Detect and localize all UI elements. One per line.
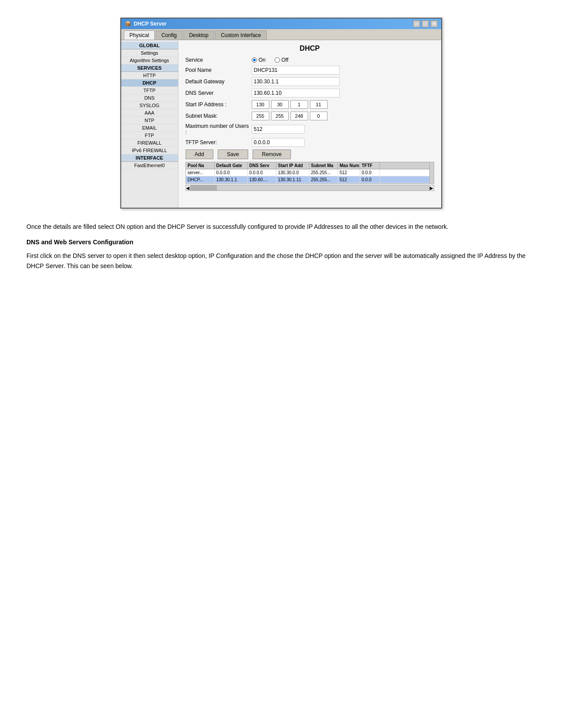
sidebar: GLOBAL Settings Algorithm Settings SERVI… bbox=[121, 40, 179, 208]
start-ip-b[interactable]: 30 bbox=[271, 100, 289, 109]
service-on-option[interactable]: On bbox=[252, 57, 266, 63]
sidebar-item-fastethernet0[interactable]: FastEthernet0 bbox=[121, 162, 178, 169]
sidebar-item-algorithm-settings[interactable]: Algorithm Settings bbox=[121, 57, 178, 64]
scroll-left-button[interactable]: ◀ bbox=[186, 186, 190, 190]
cell-tftp-1: 0.0.0 bbox=[360, 176, 380, 183]
sidebar-item-http[interactable]: HTTP bbox=[121, 72, 178, 79]
restore-button[interactable]: □ bbox=[422, 20, 429, 27]
cell-subnet-1: 255.255... bbox=[309, 176, 338, 183]
radio-on-dot[interactable] bbox=[252, 57, 257, 63]
max-users-row: Maximum number of Users : bbox=[186, 123, 434, 135]
tftp-server-input[interactable] bbox=[252, 138, 305, 147]
service-label: Service bbox=[186, 57, 252, 63]
dns-server-label: DNS Server bbox=[186, 90, 252, 96]
col-tftp: TFTF bbox=[360, 162, 380, 169]
cell-max-0: 512 bbox=[338, 169, 360, 176]
dhcp-table: Pool Na Default Gate DNS Serv Start IP A… bbox=[186, 162, 429, 183]
cell-default-gate-1: 130.30.1.1 bbox=[215, 176, 248, 183]
title-bar-left: 📦 DHCP Server bbox=[125, 21, 167, 27]
cell-max-1: 512 bbox=[338, 176, 360, 183]
horizontal-scrollbar: ◀ ▶ bbox=[186, 185, 434, 191]
start-ip-a[interactable]: 130 bbox=[252, 100, 269, 109]
sidebar-item-ipv6-firewall[interactable]: IPv6 FIREWALL bbox=[121, 147, 178, 154]
dhcp-server-window: 📦 DHCP Server — □ ✕ Physical Config Desk… bbox=[120, 18, 442, 209]
col-max-num: Max Num bbox=[338, 162, 360, 169]
start-ip-row: Start IP Address : 130 30 1 11 bbox=[186, 100, 434, 109]
panel-title: DHCP bbox=[186, 45, 434, 52]
default-gateway-label: Default Gateway bbox=[186, 78, 252, 85]
tab-config[interactable]: Config bbox=[156, 30, 182, 40]
subnet-mask-c[interactable]: 248 bbox=[290, 112, 308, 120]
tab-desktop[interactable]: Desktop bbox=[183, 30, 214, 40]
sidebar-item-ntp[interactable]: NTP bbox=[121, 117, 178, 124]
sidebar-item-aaa[interactable]: AAA bbox=[121, 109, 178, 117]
sidebar-item-settings[interactable]: Settings bbox=[121, 49, 178, 57]
server-icon: 📦 bbox=[125, 21, 131, 27]
remove-button[interactable]: Remove bbox=[253, 149, 291, 159]
scroll-track[interactable] bbox=[190, 185, 429, 190]
sidebar-category-interface[interactable]: INTERFACE bbox=[121, 154, 178, 162]
cell-dns-serv-1: 130.60.... bbox=[248, 176, 276, 183]
pool-name-input[interactable] bbox=[252, 66, 340, 75]
service-radio-group: On Off bbox=[252, 57, 289, 63]
service-off-option[interactable]: Off bbox=[275, 57, 289, 63]
sidebar-item-ftp[interactable]: FTP bbox=[121, 132, 178, 139]
sidebar-item-dhcp[interactable]: DHCP bbox=[121, 79, 178, 87]
scroll-thumb[interactable] bbox=[190, 185, 217, 190]
service-on-label: On bbox=[259, 57, 266, 63]
save-button[interactable]: Save bbox=[218, 149, 248, 159]
title-bar: 📦 DHCP Server — □ ✕ bbox=[121, 19, 441, 29]
start-ip-c[interactable]: 1 bbox=[290, 100, 308, 109]
cell-start-ip-0: 130.30.0.0 bbox=[276, 169, 309, 176]
cell-start-ip-1: 130.30.1.11 bbox=[276, 176, 309, 183]
table-row[interactable]: server... 0.0.0.0 0.0.0.0 130.30.0.0 255… bbox=[186, 169, 429, 176]
dns-server-input[interactable] bbox=[252, 89, 340, 97]
button-row: Add Save Remove bbox=[186, 149, 434, 159]
col-subnet-mask: Subnet Ma bbox=[309, 162, 338, 169]
subnet-mask-label: Subnet Mask: bbox=[186, 113, 252, 119]
sidebar-item-dns[interactable]: DNS bbox=[121, 94, 178, 102]
sidebar-item-syslog[interactable]: SYSLOG bbox=[121, 102, 178, 109]
start-ip-d[interactable]: 11 bbox=[310, 100, 328, 109]
window-controls: — □ ✕ bbox=[413, 20, 438, 27]
close-button[interactable]: ✕ bbox=[431, 20, 438, 27]
scrollbar[interactable] bbox=[429, 162, 434, 183]
add-button[interactable]: Add bbox=[186, 149, 213, 159]
subnet-mask-b[interactable]: 255 bbox=[271, 112, 289, 120]
window-title: DHCP Server bbox=[134, 21, 167, 27]
table-header: Pool Na Default Gate DNS Serv Start IP A… bbox=[186, 162, 429, 169]
sidebar-category-global[interactable]: GLOBAL bbox=[121, 42, 178, 49]
subnet-mask-d[interactable]: 0 bbox=[310, 112, 328, 120]
dhcp-table-container: Pool Na Default Gate DNS Serv Start IP A… bbox=[186, 162, 434, 184]
table-row[interactable]: DHCP... 130.30.1.1 130.60.... 130.30.1.1… bbox=[186, 176, 429, 183]
cell-default-gate-0: 0.0.0.0 bbox=[215, 169, 248, 176]
sidebar-category-services[interactable]: SERVICES bbox=[121, 64, 178, 72]
tabs-row: Physical Config Desktop Custom Interface bbox=[121, 29, 441, 40]
start-ip-label: Start IP Address : bbox=[186, 101, 252, 108]
tab-physical[interactable]: Physical bbox=[124, 30, 155, 40]
cell-dns-serv-0: 0.0.0.0 bbox=[248, 169, 276, 176]
sidebar-item-firewall[interactable]: FIREWALL bbox=[121, 139, 178, 147]
start-ip-boxes: 130 30 1 11 bbox=[252, 100, 328, 109]
default-gateway-input[interactable] bbox=[252, 77, 340, 86]
sidebar-item-email[interactable]: EMAIL bbox=[121, 124, 178, 132]
dns-server-row: DNS Server bbox=[186, 89, 434, 97]
col-default-gate: Default Gate bbox=[215, 162, 248, 169]
tftp-server-label: TFTP Server: bbox=[186, 139, 252, 146]
radio-off-dot[interactable] bbox=[275, 57, 280, 63]
service-row: Service On Off bbox=[186, 57, 434, 63]
sidebar-item-tftp[interactable]: TFTP bbox=[121, 87, 178, 94]
subnet-mask-a[interactable]: 255 bbox=[252, 112, 269, 120]
pool-name-row: Pool Name bbox=[186, 66, 434, 75]
subnet-mask-boxes: 255 255 248 0 bbox=[252, 112, 328, 120]
col-dns-serv: DNS Serv bbox=[248, 162, 276, 169]
col-pool-name: Pool Na bbox=[186, 162, 215, 169]
window-body: GLOBAL Settings Algorithm Settings SERVI… bbox=[121, 40, 441, 208]
col-start-ip: Start IP Add bbox=[276, 162, 309, 169]
minimize-button[interactable]: — bbox=[413, 20, 420, 27]
tab-custom-interface[interactable]: Custom Interface bbox=[215, 30, 267, 40]
max-users-input[interactable] bbox=[252, 125, 305, 134]
paragraph-1: Once the details are filled select ON op… bbox=[26, 222, 536, 231]
cell-pool-name-1: DHCP... bbox=[186, 176, 215, 183]
scroll-right-button[interactable]: ▶ bbox=[429, 186, 434, 190]
